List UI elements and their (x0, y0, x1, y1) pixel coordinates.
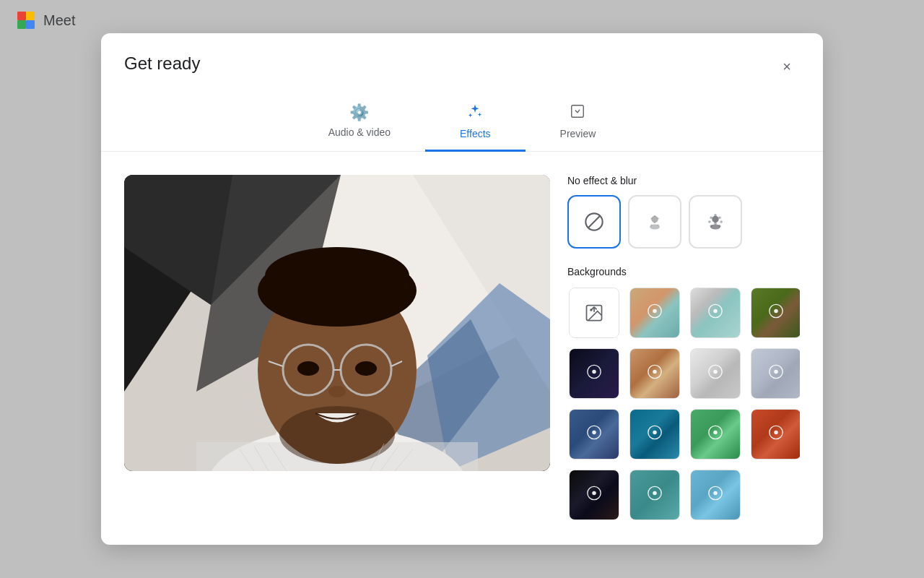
tab-audio-video-label: Audio & video (328, 126, 391, 138)
backgrounds-grid (567, 286, 800, 522)
close-button[interactable]: × (774, 53, 800, 79)
no-effect-button[interactable] (567, 195, 621, 249)
svg-point-87 (713, 491, 718, 496)
blur-light-icon (645, 212, 665, 232)
bg-teal-button[interactable] (628, 468, 681, 522)
bg-earth-button[interactable] (749, 407, 800, 461)
svg-point-73 (774, 370, 778, 374)
get-ready-modal: Get ready × ⚙️ Audio & video Effects (101, 33, 823, 545)
bg-underwater-button[interactable] (628, 407, 681, 461)
svg-point-48 (718, 216, 721, 219)
svg-point-25 (355, 361, 377, 376)
bg-space-inner (569, 348, 619, 399)
svg-line-36 (588, 216, 600, 228)
bg-play-icon4 (586, 364, 602, 384)
bg-modern-button[interactable] (749, 347, 800, 400)
tab-preview[interactable]: Preview (526, 95, 631, 152)
tab-effects[interactable]: Effects (425, 95, 526, 152)
svg-point-61 (653, 309, 657, 314)
bg-night-button[interactable] (567, 468, 621, 522)
bg-beach-inner (690, 409, 741, 460)
svg-point-44 (658, 225, 659, 226)
backgrounds-section-title: Backgrounds (567, 266, 800, 277)
bg-upload-button[interactable] (567, 286, 621, 340)
svg-point-81 (774, 431, 778, 435)
svg-point-71 (713, 370, 718, 374)
modal-title: Get ready (124, 53, 200, 74)
blur-light-button[interactable] (628, 195, 681, 249)
svg-point-40 (658, 217, 659, 219)
bg-office-inner (690, 348, 741, 399)
svg-point-65 (774, 309, 778, 314)
svg-point-42 (654, 222, 655, 223)
svg-point-39 (650, 217, 652, 219)
svg-point-47 (710, 216, 712, 219)
upload-icon (584, 303, 604, 323)
bg-modern-inner (751, 348, 800, 399)
bg-office-button[interactable] (689, 347, 742, 400)
preview-icon (570, 103, 585, 124)
svg-rect-4 (572, 105, 584, 118)
svg-point-83 (592, 491, 596, 496)
no-effect-buttons (567, 195, 800, 249)
svg-point-37 (651, 216, 658, 223)
bg-plants-inner (751, 288, 800, 338)
svg-point-63 (713, 309, 718, 314)
bg-sky-inner (690, 470, 741, 520)
svg-point-49 (714, 214, 717, 217)
meet-logo-icon (14, 9, 38, 32)
svg-point-67 (592, 370, 596, 374)
bg-play-icon14 (707, 486, 723, 505)
bg-play-icon6 (707, 364, 723, 384)
effects-icon (467, 103, 483, 124)
bg-night-inner (569, 470, 619, 520)
svg-rect-0 (17, 12, 26, 20)
bg-sofa-inner (569, 409, 619, 460)
bg-play-icon2 (707, 303, 723, 323)
bg-outdoor2-inner (690, 288, 741, 338)
svg-point-26 (328, 386, 346, 397)
bg-play-icon11 (768, 425, 784, 444)
bg-play-icon (647, 303, 663, 323)
app-header: Meet (0, 0, 90, 40)
no-effect-icon (584, 212, 604, 232)
svg-point-41 (654, 215, 655, 217)
bg-outdoor1-inner (629, 288, 680, 338)
svg-rect-2 (17, 20, 26, 29)
camera-preview (124, 175, 550, 471)
bg-plants-button[interactable] (749, 286, 800, 340)
bg-play-icon10 (707, 425, 723, 444)
modal-body: No effect & blur (101, 152, 823, 545)
blur-strong-button[interactable] (689, 195, 742, 249)
bg-play-icon13 (647, 486, 663, 505)
bg-outdoor2-button[interactable] (689, 286, 742, 340)
svg-point-85 (653, 491, 657, 496)
tab-bar: ⚙️ Audio & video Effects Preview (101, 94, 823, 152)
bg-earth-inner (751, 409, 800, 460)
svg-point-53 (708, 220, 711, 223)
svg-point-54 (720, 220, 723, 223)
bg-sofa-button[interactable] (567, 407, 621, 461)
app-name: Meet (43, 12, 75, 29)
modal-header: Get ready × (101, 33, 823, 79)
bg-space-button[interactable] (567, 347, 621, 400)
bg-cafe-inner (629, 348, 680, 399)
bg-beach-button[interactable] (689, 407, 742, 461)
bg-upload-inner (569, 288, 619, 338)
svg-point-24 (297, 361, 319, 376)
blur-strong-icon (705, 212, 725, 232)
svg-point-28 (265, 247, 409, 305)
bg-play-icon8 (586, 425, 602, 444)
tab-audio-video[interactable]: ⚙️ Audio & video (294, 95, 425, 152)
svg-point-75 (592, 431, 596, 435)
svg-point-52 (718, 225, 721, 228)
bg-outdoor1-button[interactable] (628, 286, 681, 340)
bg-teal-inner (629, 470, 680, 520)
bg-sky-button[interactable] (689, 468, 742, 522)
svg-point-43 (650, 225, 652, 226)
bg-cafe-button[interactable] (628, 347, 681, 400)
bg-play-icon12 (586, 486, 602, 505)
svg-point-45 (712, 216, 718, 223)
bg-play-icon7 (768, 364, 784, 384)
bg-underwater-inner (629, 409, 680, 460)
